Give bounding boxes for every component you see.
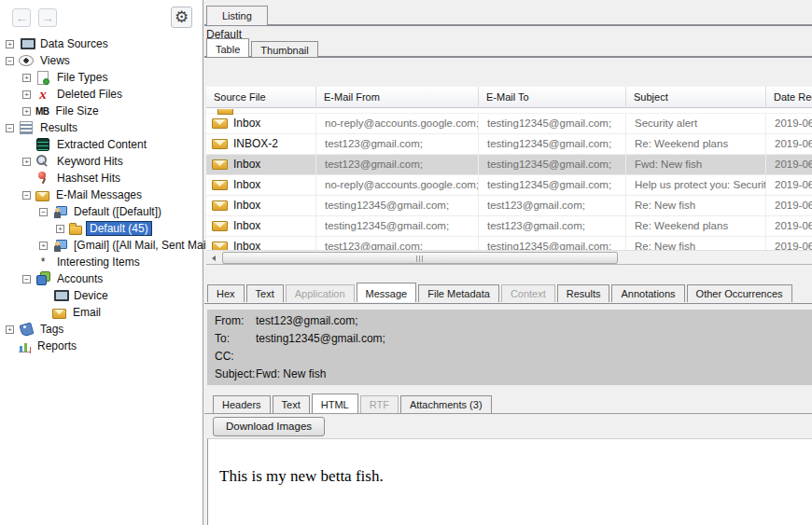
- horizontal-scrollbar[interactable]: [206, 250, 812, 265]
- tree-item-e-mail-messages[interactable]: −E-Mail Messages: [0, 187, 202, 203]
- content-viewer-tabs: HexTextApplicationMessageFile MetadataCo…: [207, 283, 812, 303]
- gear-icon[interactable]: ⚙: [171, 7, 192, 28]
- cell-email-to: testing12345@gmail.com;: [479, 155, 626, 175]
- source-file-name: Inbox: [233, 196, 260, 215]
- person-icon: [52, 204, 67, 219]
- table-row[interactable]: Inboxtesting12345@gmail.com;test123@gmai…: [206, 196, 812, 216]
- tree-expand-toggle[interactable]: −: [22, 191, 31, 200]
- tree-item-label: Results: [37, 120, 80, 135]
- tree-item-hashset-hits[interactable]: Hashset Hits: [0, 170, 202, 187]
- listing-tabstrip-divider: [204, 24, 812, 26]
- column-header-source-file[interactable]: Source File: [206, 87, 316, 108]
- tree-expand-toggle[interactable]: +: [6, 40, 14, 48]
- tree-expand-toggle[interactable]: −: [6, 124, 14, 132]
- message-header-label: CC:: [215, 350, 256, 363]
- table-row[interactable]: Inboxtest123@gmail.com;testing12345@gmai…: [206, 155, 812, 175]
- envelope-icon: [212, 180, 228, 190]
- message-header-label: To:: [215, 332, 256, 345]
- tab-thumbnail[interactable]: Thumbnail: [251, 41, 317, 57]
- viewer-tab-annotations[interactable]: Annotations: [611, 284, 684, 302]
- tab-listing[interactable]: Listing: [206, 6, 268, 25]
- tree-item-keyword-hits[interactable]: +Keyword Hits: [0, 153, 202, 170]
- tree-item-data-sources[interactable]: +Data Sources: [0, 35, 202, 52]
- tree-item-file-types[interactable]: +File Types: [0, 69, 202, 86]
- tree-expand-toggle[interactable]: +: [22, 107, 31, 116]
- cell-date-received: 2019-06-: [766, 196, 812, 216]
- view-tabs: TableThumbnail: [206, 38, 320, 58]
- viewer-tab-hex[interactable]: Hex: [207, 284, 245, 302]
- chart-icon: [19, 340, 31, 352]
- column-header-e-mail-from[interactable]: E-Mail From: [316, 87, 479, 108]
- tree-item-results[interactable]: −Results: [0, 119, 202, 136]
- tree-item-label: Device: [71, 288, 111, 303]
- tree-item-tags[interactable]: +Tags: [0, 321, 202, 338]
- tree-expand-toggle[interactable]: +: [39, 242, 48, 250]
- tree-item-label: Accounts: [54, 271, 105, 286]
- tree-item-accounts[interactable]: −Accounts: [0, 270, 202, 287]
- table-row[interactable]: INBOX-2test123@gmail.com;testing12345@gm…: [206, 134, 812, 155]
- column-header-e-mail-to[interactable]: E-Mail To: [479, 87, 626, 108]
- scroll-left-arrow[interactable]: [206, 251, 221, 265]
- tree-expand-toggle[interactable]: −: [6, 57, 14, 65]
- tree-expand-toggle[interactable]: +: [56, 225, 64, 233]
- source-file-name: Inbox: [233, 216, 260, 236]
- download-images-button[interactable]: Download Images: [213, 417, 325, 436]
- cell-email-to: testing12345@gmail.com;: [479, 237, 626, 250]
- message-header-block: From:test123@gmail.com;To:testing12345@g…: [207, 310, 812, 385]
- html-message-body: This is my new betta fish.: [207, 438, 812, 525]
- subtab-attachments-3[interactable]: Attachments (3): [400, 395, 492, 413]
- tree-expand-toggle[interactable]: +: [22, 74, 31, 82]
- tree-item-default-45[interactable]: +Default (45): [0, 220, 202, 237]
- source-file-name: Inbox: [233, 237, 260, 250]
- viewer-tab-other-occurrences[interactable]: Other Occurrences: [687, 284, 792, 302]
- source-file-name: Inbox: [233, 175, 260, 195]
- forward-button[interactable]: →: [38, 8, 57, 27]
- tree-item-deleted-files[interactable]: +xDeleted Files: [0, 86, 202, 103]
- tree-expand-toggle[interactable]: +: [6, 325, 14, 334]
- tree-item-device[interactable]: Device: [0, 287, 202, 304]
- back-button[interactable]: ←: [12, 8, 31, 27]
- message-header-value: Fwd: New fish: [256, 367, 326, 380]
- table-row[interactable]: Inboxno-reply@accounts.google.com;testin…: [206, 175, 812, 196]
- tree-item-label: Tags: [37, 322, 66, 337]
- source-file-name: Inbox: [233, 114, 260, 133]
- table-row[interactable]: Inboxno-reply@accounts.google.com;testin…: [206, 114, 812, 134]
- cell-source-file: Inbox: [206, 155, 316, 175]
- tree-item-file-size[interactable]: +MBFile Size: [0, 103, 202, 119]
- tree-expand-toggle[interactable]: +: [22, 158, 31, 166]
- subtab-text[interactable]: Text: [273, 395, 310, 413]
- cell-subject: Re: Weekend plans: [626, 134, 766, 155]
- column-header-date-received[interactable]: Date Received: [766, 87, 812, 108]
- viewer-tab-file-metadata[interactable]: File Metadata: [418, 284, 499, 302]
- tab-table[interactable]: Table: [206, 38, 249, 57]
- tree-expand-toggle[interactable]: −: [22, 275, 31, 283]
- table-rows: Inboxno-reply@accounts.google.com;testin…: [206, 114, 812, 250]
- tree-item-interesting-items[interactable]: *Interesting Items: [0, 254, 202, 270]
- cell-date-received: 2019-06-: [766, 175, 812, 196]
- tree-item-gmail-all-mail-sent-mail[interactable]: +[Gmail] ([All Mail, Sent Mail]): [0, 237, 202, 254]
- column-header-subject[interactable]: Subject: [626, 87, 766, 108]
- cell-date-received: 2019-06-: [766, 216, 812, 237]
- cell-email-to: testing12345@gmail.com;: [479, 114, 626, 134]
- tree-expand-toggle[interactable]: −: [39, 208, 48, 216]
- tree-item-views[interactable]: −Views: [0, 52, 202, 69]
- cell-email-from: test123@gmail.com;: [316, 155, 479, 175]
- viewer-tab-text[interactable]: Text: [246, 284, 284, 302]
- subtab-headers[interactable]: Headers: [213, 395, 271, 413]
- tree-expand-toggle[interactable]: +: [22, 90, 31, 99]
- computer-icon: [19, 36, 34, 51]
- table-row[interactable]: Inboxtest123@gmail.com;testing12345@gmai…: [206, 237, 812, 250]
- tree-item-extracted-content[interactable]: Extracted Content: [0, 136, 202, 153]
- viewer-tab-results[interactable]: Results: [557, 284, 610, 302]
- subtab-html[interactable]: HTML: [312, 394, 358, 413]
- cell-source-file: Inbox: [206, 237, 316, 250]
- table-row[interactable]: Inboxtesting12345@gmail.com;test123@gmai…: [206, 216, 812, 237]
- scrollbar-thumb[interactable]: [222, 252, 618, 264]
- tree-item-label: Extracted Content: [54, 137, 149, 152]
- tree-item-default-default[interactable]: −Default ([Default]): [0, 203, 202, 220]
- tree-item-label: Views: [37, 53, 73, 68]
- tree-item-reports[interactable]: Reports: [0, 338, 202, 354]
- viewer-tab-message[interactable]: Message: [357, 283, 417, 302]
- tree-item-email[interactable]: Email: [0, 304, 202, 321]
- cell-date-received: 2019-06-: [766, 155, 812, 175]
